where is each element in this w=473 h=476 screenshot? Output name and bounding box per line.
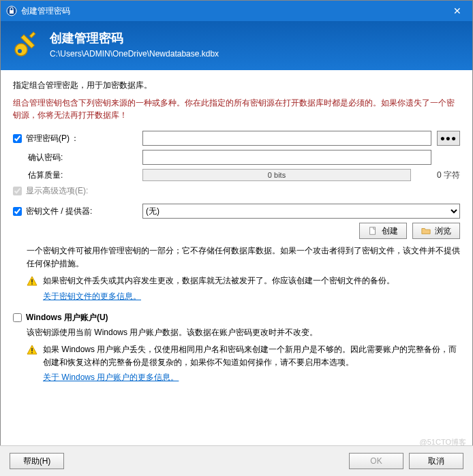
svg-rect-6 [370,227,376,235]
key-icon [10,28,43,61]
confirm-label: 确认密码: [28,152,63,163]
windows-checkbox[interactable] [13,313,22,322]
create-keyfile-button[interactable]: 创建 [359,223,407,239]
cancel-button[interactable]: 取消 [409,453,463,469]
password-input[interactable] [142,131,431,146]
confirm-password-input[interactable] [142,150,431,165]
new-file-icon [368,226,378,236]
windows-desc: 该密钥源使用当前 Windows 用户账户数据。该数据在账户密码更改时并不改变。 [27,326,460,339]
header-title: 创建管理密码 [50,30,219,46]
quality-label: 估算质量: [28,170,63,181]
titlebar: 创建管理密码 ✕ [1,1,472,21]
browse-keyfile-button[interactable]: 浏览 [412,223,460,239]
header-path: C:\Users\ADMIN\OneDrive\Newdatabase.kdbx [50,49,219,59]
keyfile-link[interactable]: 关于密钥文件的更多信息。 [43,291,141,302]
quality-bar: 0 bits [142,169,411,181]
password-label: 管理密码(P) [26,133,70,144]
advanced-label: 显示高级选项(E): [26,185,88,197]
svg-rect-10 [31,352,33,353]
warning-icon [27,276,37,287]
svg-rect-5 [29,32,35,37]
windows-label: Windows 用户账户(U) [26,312,108,323]
footer: 帮助(H) OK 取消 [0,445,473,476]
password-checkbox[interactable] [13,134,22,143]
keyfile-label: 密钥文件 / 提供器: [26,206,92,217]
warning-icon [27,345,37,355]
windows-warning: 如果 Windows 用户账户丢失，仅使用相同用户名和密码来创建一个新用户是不够… [43,343,460,369]
intro-text-1: 指定组合管理密匙，用于加密数据库。 [13,80,460,91]
keyfile-desc: 一个密钥文件可被用作管理密钥的一部分；它不存储任何数据库数据。如果一个攻击者得到… [27,244,460,270]
advanced-row: 显示高级选项(E): [13,185,460,197]
ok-button[interactable]: OK [349,453,403,469]
keyfile-checkbox[interactable] [13,207,22,216]
svg-rect-9 [31,348,33,351]
keyfile-select[interactable]: (无) [142,204,460,219]
keyfile-warning: 如果密钥文件丢失或其内容发生更改，数据库就无法被发开了。你应该创建一个密钥文件的… [43,274,395,287]
advanced-checkbox [13,187,22,195]
window-title: 创建管理密码 [21,5,442,17]
char-count: 0 字符 [419,170,460,181]
close-button[interactable]: ✕ [442,1,472,21]
reveal-password-button[interactable]: ●●● [437,131,460,146]
dialog-body: 指定组合管理密匙，用于加密数据库。 组合管理密钥包含下列密钥来源的一种或多种。你… [1,70,472,397]
svg-point-3 [18,49,22,53]
svg-rect-8 [31,283,33,285]
help-button[interactable]: 帮助(H) [10,453,64,469]
svg-rect-7 [31,279,33,283]
svg-rect-1 [10,10,14,14]
header-banner: 创建管理密码 C:\Users\ADMIN\OneDrive\Newdataba… [1,21,472,70]
windows-link[interactable]: 关于 Windows 用户账户的更多信息。 [43,372,179,383]
intro-text-2: 组合管理密钥包含下列密钥来源的一种或多种。你在此指定的所有密钥源在打开数据库时都… [13,97,460,121]
folder-icon [421,226,431,236]
lock-icon [6,5,17,16]
